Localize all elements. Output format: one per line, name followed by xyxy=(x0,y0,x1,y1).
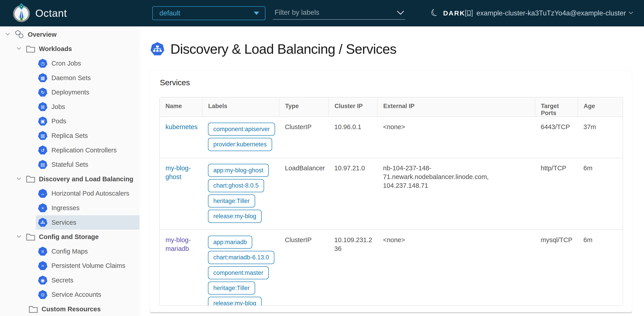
sidebar-item-overview[interactable]: Overview xyxy=(0,27,140,42)
card-title: Services xyxy=(160,78,190,87)
sidebar-item-label: Secrets xyxy=(52,277,73,284)
column-header-age: Age xyxy=(578,97,623,117)
sidebar-group-workloads[interactable]: Workloads xyxy=(0,42,140,56)
service-icon xyxy=(38,218,48,227)
app-header: Octant default Filter by labels ☾ DARK e… xyxy=(0,0,644,27)
cronjob-icon: ◷ xyxy=(38,59,48,68)
sidebar-item-label: Replication Controllers xyxy=(52,147,117,154)
main-content: Discovery & Load Balancing / Services Se… xyxy=(140,27,644,316)
app-title: Octant xyxy=(35,7,67,19)
configmap-icon: ≡ xyxy=(38,247,48,256)
namespace-select[interactable]: default xyxy=(152,6,266,20)
sidebar-item-label: Persistent Volume Claims xyxy=(52,262,125,269)
sidebar-item-stateful-sets[interactable]: ▤ Stateful Sets xyxy=(36,157,140,172)
sidebar-item-services[interactable]: Services xyxy=(36,215,140,230)
daemonset-icon: ▦ xyxy=(38,73,48,83)
sidebar-item-label: Services xyxy=(52,219,76,226)
external-ip-cell: <none> xyxy=(377,230,535,306)
sidebar-item-label: Ingresses xyxy=(52,204,80,212)
sidebar-group-config-and-storage[interactable]: Config and Storage xyxy=(0,230,140,244)
external-ip-cell: <none> xyxy=(377,117,535,158)
sidebar-item-jobs[interactable]: ⊞ Jobs xyxy=(36,100,140,114)
chevron-down-icon xyxy=(629,10,633,14)
column-header-external-ip: External IP xyxy=(377,97,535,117)
hpa-icon: ↔ xyxy=(38,189,48,198)
serviceaccount-icon: ⊙ xyxy=(38,290,48,299)
replicaset-icon: ▥ xyxy=(38,131,48,140)
sidebar-item-daemon-sets[interactable]: ▦ Daemon Sets xyxy=(36,71,140,85)
page-title: Discovery & Load Balancing / Services xyxy=(170,41,396,57)
label-pill[interactable]: heritage:Tiller xyxy=(208,194,255,207)
pvc-icon: ≈ xyxy=(38,261,48,270)
sidebar-item-secrets[interactable]: ◉ Secrets xyxy=(36,273,140,287)
sidebar-item-label: Cron Jobs xyxy=(52,60,81,67)
sidebar-item-ingresses[interactable]: × Ingresses xyxy=(36,201,140,215)
column-header-name: Name xyxy=(160,97,202,117)
sidebar-item-pods[interactable]: ▣ Pods xyxy=(36,114,140,129)
cluster-context-menu[interactable]: example-cluster-ka3TuTzYo4a@example-clus… xyxy=(465,0,632,27)
label-pill[interactable]: chart:ghost-8.0.5 xyxy=(208,179,264,192)
target-ports-cell: http/TCP xyxy=(535,158,578,230)
pod-icon: ▣ xyxy=(38,117,48,126)
cluster-ip-cell: 10.97.21.0 xyxy=(328,158,377,230)
sidebar-item-label: Pods xyxy=(52,118,66,125)
theme-toggle-label: DARK xyxy=(443,10,465,17)
service-link[interactable]: kubernetes xyxy=(166,123,198,130)
type-cell: ClusterIP xyxy=(279,117,328,158)
sidebar-item-persistent-volume-claims[interactable]: ≈ Persistent Volume Claims xyxy=(36,259,140,273)
type-cell: ClusterIP xyxy=(279,230,328,306)
sidebar-item-config-maps[interactable]: ≡ Config Maps xyxy=(36,244,140,259)
label-pill[interactable]: chart:mariadb-6.13.0 xyxy=(208,251,274,264)
sidebar-group-discovery-load-balancing[interactable]: Discovery and Load Balancing xyxy=(0,172,140,186)
label-pill[interactable]: component:apiserver xyxy=(208,123,275,136)
secret-icon: ◉ xyxy=(38,275,48,285)
sidebar-item-label: Horizontal Pod Autoscalers xyxy=(52,190,129,197)
sidebar-item-label: Replica Sets xyxy=(52,132,88,139)
moon-icon: ☾ xyxy=(429,6,441,19)
external-ip-cell: nb-104-237-148-71.newark.nodebalancer.li… xyxy=(377,158,535,230)
service-link[interactable]: my-blog-mariadb xyxy=(166,236,191,252)
filter-placeholder: Filter by labels xyxy=(274,9,398,17)
label-pill[interactable]: app:my-blog-ghost xyxy=(208,164,269,177)
sidebar-item-label: Service Accounts xyxy=(52,291,101,298)
label-pill[interactable]: app:mariadb xyxy=(208,236,252,249)
sidebar-item-horizontal-pod-autoscalers[interactable]: ↔ Horizontal Pod Autoscalers xyxy=(36,186,140,201)
table-row: kubernetes component:apiserver provider:… xyxy=(160,117,623,158)
sidebar-item-replica-sets[interactable]: ▥ Replica Sets xyxy=(36,128,140,143)
sidebar-item-cron-jobs[interactable]: ◷ Cron Jobs xyxy=(36,56,140,71)
objects-icon xyxy=(14,30,25,39)
label-pill[interactable]: release:my-blog xyxy=(208,297,262,306)
sidebar-item-label: Custom Resources xyxy=(42,305,100,313)
host-icon xyxy=(465,9,473,17)
label-pill[interactable]: heritage:Tiller xyxy=(208,281,255,294)
folder-icon xyxy=(26,232,36,242)
label-pill[interactable]: provider:kubernetes xyxy=(208,138,272,151)
age-cell: 6m xyxy=(578,230,623,306)
sidebar-item-label: Deployments xyxy=(52,89,89,96)
namespace-selected-value: default xyxy=(160,9,254,17)
folder-icon xyxy=(26,44,36,54)
chevron-down-icon xyxy=(14,236,24,238)
sidebar-item-label: Jobs xyxy=(52,103,65,111)
filter-labels-input[interactable]: Filter by labels xyxy=(273,7,405,20)
folder-icon xyxy=(28,304,38,314)
table-row: my-blog-ghost app:my-blog-ghost chart:gh… xyxy=(160,158,623,230)
service-link[interactable]: my-blog-ghost xyxy=(166,164,191,180)
service-icon xyxy=(150,42,164,56)
label-pill[interactable]: component:master xyxy=(208,266,269,279)
age-cell: 6m xyxy=(578,158,623,230)
sidebar-item-label: Discovery and Load Balancing xyxy=(39,175,133,183)
column-header-cluster-ip: Cluster IP xyxy=(328,97,377,117)
labels-cell: app:my-blog-ghost chart:ghost-8.0.5 heri… xyxy=(202,158,279,230)
chevron-down-icon xyxy=(14,48,24,50)
folder-icon xyxy=(26,174,36,184)
chevron-down-icon xyxy=(3,34,12,35)
labels-cell: app:mariadb chart:mariadb-6.13.0 compone… xyxy=(202,230,279,306)
theme-toggle-button[interactable]: ☾ DARK xyxy=(431,0,465,27)
sidebar-item-replication-controllers[interactable]: ↺ Replication Controllers xyxy=(36,143,140,158)
sidebar-group-custom-resources[interactable]: Custom Resources xyxy=(0,302,140,316)
type-cell: LoadBalancer xyxy=(279,158,328,230)
sidebar-item-service-accounts[interactable]: ⊙ Service Accounts xyxy=(36,287,140,302)
sidebar-item-deployments[interactable]: ↻ Deployments xyxy=(36,85,140,100)
label-pill[interactable]: release:my-blog xyxy=(208,210,262,223)
